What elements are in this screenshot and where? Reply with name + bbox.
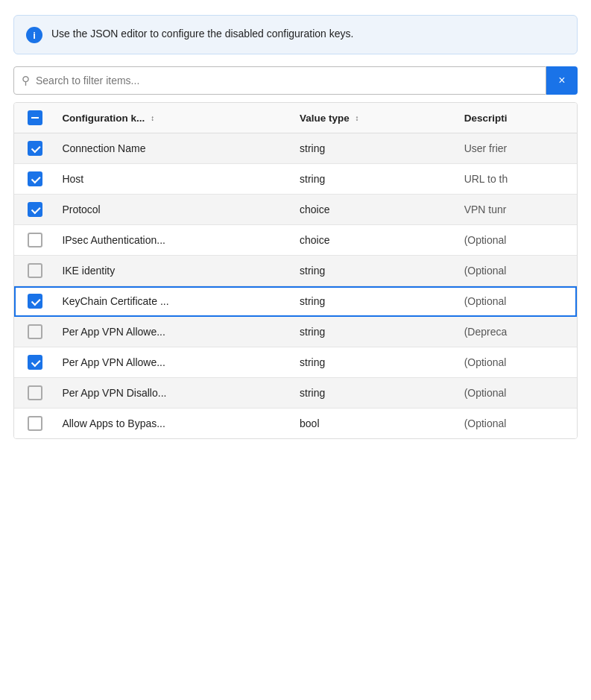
row-description: (Optional [458,409,577,439]
row-config-key: IPsec Authentication... [56,225,294,256]
row-checkbox-cell [14,225,56,256]
row-checkbox-cell [14,317,56,347]
row-config-key: KeyChain Certificate ... [56,286,294,317]
search-bar-row: ⚲ × [13,66,578,95]
row-value-type: string [294,286,458,317]
search-icon: ⚲ [22,74,30,87]
table-row[interactable]: Per App VPN Disallo...string(Optional [14,378,577,409]
row-config-key: IKE identity [56,256,294,286]
row-value-type: string [294,164,458,195]
config-table: Configuration k... ↕ Value type ↕ Descri… [14,103,577,438]
row-checkbox[interactable] [28,233,42,247]
row-description: (Optional [458,256,577,286]
row-checkbox[interactable] [28,202,42,217]
row-description: User frier [458,133,577,164]
row-config-key: Per App VPN Allowe... [56,317,294,347]
row-description: (Optional [458,378,577,409]
row-checkbox[interactable] [28,141,42,156]
row-checkbox-cell [14,378,56,409]
row-checkbox-cell [14,133,56,164]
header-value-type: Value type ↕ [294,103,458,133]
config-key-sort-icon[interactable]: ↕ [151,115,154,122]
row-config-key: Allow Apps to Bypas... [56,409,294,439]
row-description: (Optional [458,225,577,256]
row-config-key: Per App VPN Allowe... [56,347,294,378]
row-checkbox[interactable] [28,355,42,370]
header-checkbox[interactable] [28,110,42,125]
table-row[interactable]: ProtocolchoiceVPN tunr [14,195,577,225]
row-value-type: string [294,133,458,164]
row-checkbox-cell [14,164,56,195]
info-banner: i Use the JSON editor to configure the d… [13,15,578,54]
row-description: (Optional [458,347,577,378]
table-row[interactable]: Per App VPN Allowe...string(Depreca [14,317,577,347]
row-checkbox-cell [14,195,56,225]
row-checkbox[interactable] [28,385,42,400]
info-banner-text: Use the JSON editor to configure the dis… [51,26,353,42]
row-config-key: Connection Name [56,133,294,164]
table-row[interactable]: KeyChain Certificate ...string(Optional [14,286,577,317]
row-value-type: string [294,378,458,409]
row-checkbox-cell [14,256,56,286]
row-description: URL to th [458,164,577,195]
header-config-key: Configuration k... ↕ [56,103,294,133]
row-value-type: choice [294,225,458,256]
search-clear-button[interactable]: × [546,66,578,95]
row-config-key: Protocol [56,195,294,225]
config-table-wrap: Configuration k... ↕ Value type ↕ Descri… [13,102,578,439]
search-input[interactable] [36,75,538,86]
row-checkbox-cell [14,347,56,378]
row-checkbox-cell [14,286,56,317]
row-value-type: string [294,317,458,347]
row-checkbox[interactable] [28,171,42,186]
row-checkbox[interactable] [28,294,42,309]
table-row[interactable]: IKE identitystring(Optional [14,256,577,286]
header-description: Descripti [458,103,577,133]
row-checkbox[interactable] [28,263,42,278]
row-value-type: string [294,347,458,378]
row-config-key: Per App VPN Disallo... [56,378,294,409]
header-checkbox-cell [14,103,56,133]
value-type-sort-icon[interactable]: ↕ [355,115,359,122]
row-description: VPN tunr [458,195,577,225]
row-value-type: choice [294,195,458,225]
table-row[interactable]: Allow Apps to Bypas...bool(Optional [14,409,577,439]
row-value-type: bool [294,409,458,439]
row-value-type: string [294,256,458,286]
table-header-row: Configuration k... ↕ Value type ↕ Descri… [14,103,577,133]
info-icon: i [26,27,42,43]
table-row[interactable]: IPsec Authentication...choice(Optional [14,225,577,256]
table-row[interactable]: Connection NamestringUser frier [14,133,577,164]
table-row[interactable]: HoststringURL to th [14,164,577,195]
row-description: (Optional [458,286,577,317]
search-input-wrap: ⚲ [13,66,546,95]
row-checkbox[interactable] [28,416,42,431]
row-checkbox[interactable] [28,324,42,339]
row-description: (Depreca [458,317,577,347]
row-config-key: Host [56,164,294,195]
table-row[interactable]: Per App VPN Allowe...string(Optional [14,347,577,378]
row-checkbox-cell [14,409,56,439]
